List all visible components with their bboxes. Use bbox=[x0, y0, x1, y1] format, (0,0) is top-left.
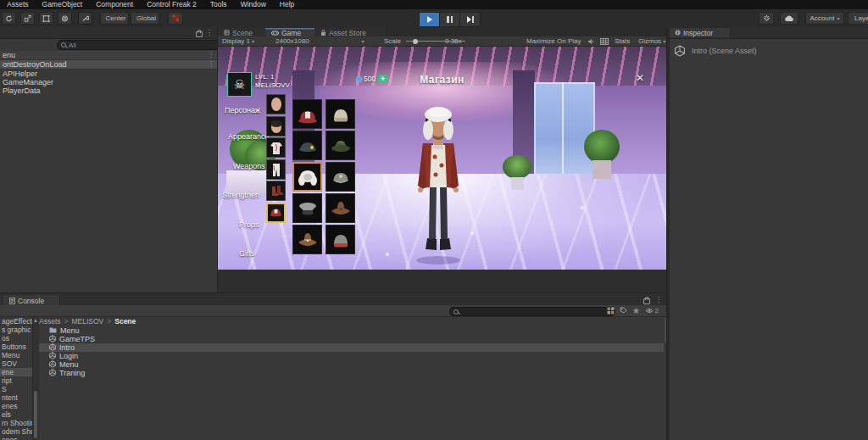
shop-item-red-trucker-cap[interactable] bbox=[292, 99, 322, 129]
hierarchy-row-GameManager[interactable]: GameManager bbox=[0, 78, 218, 86]
console-lock-icon[interactable] bbox=[643, 298, 650, 304]
project-folder-Buttons[interactable]: Buttons bbox=[0, 343, 32, 351]
shop-item-gray-captain-cap[interactable] bbox=[292, 193, 322, 223]
favorite-star-icon[interactable] bbox=[632, 307, 640, 315]
transform-tool-button[interactable] bbox=[58, 12, 72, 25]
layers-dropdown[interactable]: Layers bbox=[848, 12, 868, 25]
project-folder-ntent[interactable]: ntent bbox=[0, 393, 32, 402]
resolution-dropdown[interactable]: 2400x1080▾ bbox=[275, 36, 364, 46]
cloud-button[interactable] bbox=[780, 12, 798, 25]
scale-tool-button[interactable] bbox=[20, 12, 35, 25]
shop-item-gray-military-cap[interactable] bbox=[326, 162, 355, 192]
shop-menu-item-props[interactable]: Props bbox=[239, 220, 259, 229]
shop-menu-item-appearance[interactable]: Appearance bbox=[228, 132, 270, 141]
scroll-up-arrow[interactable] bbox=[34, 319, 37, 322]
account-dropdown[interactable]: Account▾ bbox=[805, 12, 844, 25]
shop-menu-item-gifts[interactable]: Gifts bbox=[239, 249, 255, 258]
pivot-center-button[interactable]: Center bbox=[100, 12, 129, 25]
kebab-menu-icon[interactable]: ⋮ bbox=[206, 30, 213, 36]
project-folder-els[interactable]: els bbox=[0, 410, 32, 419]
maximize-on-play-toggle[interactable]: Maximize On Play bbox=[526, 36, 581, 46]
shop-item-beige-knit-beanie[interactable] bbox=[326, 99, 355, 129]
category-cap[interactable] bbox=[266, 203, 286, 223]
scroll-thumb[interactable] bbox=[34, 391, 37, 438]
menu-gameobject[interactable]: GameObject bbox=[36, 0, 90, 9]
hierarchy-row-ontDestroyOnLoad[interactable]: ontDestroyOnLoad⋮ bbox=[0, 60, 218, 70]
rect-tool-button[interactable] bbox=[39, 12, 53, 25]
stats-toggle[interactable]: Stats bbox=[615, 36, 630, 46]
project-folder-enes[interactable]: enes bbox=[0, 436, 32, 440]
row-kebab-icon[interactable]: ⋮ bbox=[208, 61, 214, 68]
hierarchy-search-input[interactable]: All bbox=[57, 40, 223, 50]
custom-tool-button[interactable] bbox=[78, 12, 92, 25]
shop-item-camo-boonie-hat[interactable] bbox=[326, 131, 355, 160]
project-file-Intro[interactable]: Intro bbox=[39, 343, 664, 352]
lock-icon[interactable] bbox=[196, 31, 203, 37]
gizmos-dropdown[interactable]: Gizmos▾ bbox=[638, 36, 665, 46]
shop-item-white-fur-ushanka[interactable] bbox=[292, 162, 322, 192]
hidden-count[interactable]: 2 bbox=[645, 307, 659, 315]
console-kebab-icon[interactable]: ⋮ bbox=[655, 297, 662, 304]
project-folder-s-graphic[interactable]: s graphic bbox=[0, 326, 32, 334]
project-folder-S[interactable]: S bbox=[0, 385, 32, 393]
settings-button[interactable] bbox=[759, 12, 774, 25]
shop-item-brown-cowboy-hat[interactable] bbox=[326, 193, 355, 223]
project-file-Menu[interactable]: Menu bbox=[39, 360, 664, 369]
project-folder-odem-Shoc[interactable]: odem Shoc bbox=[0, 427, 32, 436]
project-file-Traning[interactable]: Traning bbox=[39, 369, 664, 377]
divider[interactable] bbox=[217, 28, 218, 292]
breadcrumb-melisov[interactable]: MELISOV bbox=[71, 317, 103, 326]
step-button[interactable] bbox=[459, 12, 481, 27]
project-search-input[interactable] bbox=[449, 307, 615, 316]
hierarchy-row-enu[interactable]: enu⋮ bbox=[0, 51, 218, 60]
filter-type-icon[interactable] bbox=[607, 307, 615, 315]
stats-grid-toggle[interactable] bbox=[600, 36, 609, 46]
shop-item-dark-flat-cap[interactable] bbox=[292, 131, 322, 160]
category-hair[interactable] bbox=[266, 116, 286, 136]
shop-menu-item-персонаж[interactable]: Персонаж bbox=[225, 106, 260, 114]
divider[interactable] bbox=[666, 28, 670, 440]
display-dropdown[interactable]: Display 1▾ bbox=[222, 36, 254, 46]
project-folder-enes[interactable]: enes bbox=[0, 402, 32, 410]
label-icon[interactable] bbox=[620, 307, 627, 314]
category-boots[interactable] bbox=[266, 181, 286, 201]
folder-scrollbar[interactable] bbox=[32, 317, 39, 440]
pause-button[interactable] bbox=[439, 12, 460, 27]
row-kebab-icon[interactable]: ⋮ bbox=[208, 52, 214, 58]
shop-item-gray-red-beanie[interactable] bbox=[326, 225, 355, 254]
control-freak-button[interactable] bbox=[168, 12, 183, 25]
project-folder-rn-Shootir[interactable]: rn Shootir bbox=[0, 419, 32, 427]
menu-tools[interactable]: Tools bbox=[203, 0, 234, 9]
project-folder-ript[interactable]: ript bbox=[0, 376, 32, 385]
add-currency-button[interactable]: + bbox=[378, 75, 387, 83]
project-folder-SOV[interactable]: SOV bbox=[0, 359, 32, 368]
breadcrumb-assets[interactable]: Assets bbox=[39, 317, 61, 326]
project-file-Login[interactable]: Login bbox=[39, 352, 664, 360]
project-folder-ene[interactable]: ene bbox=[0, 368, 32, 376]
close-shop-button[interactable]: ✕ bbox=[636, 72, 644, 84]
player-avatar[interactable]: ☠ bbox=[227, 72, 252, 97]
menu-control-freak-2[interactable]: Control Freak 2 bbox=[140, 0, 203, 9]
menu-window[interactable]: Window bbox=[234, 0, 273, 9]
project-folder-os[interactable]: os bbox=[0, 334, 32, 343]
axis-global-button[interactable]: Global bbox=[131, 12, 159, 25]
rotate-tool-button[interactable] bbox=[2, 12, 16, 25]
project-folder-ageEffects[interactable]: ageEffects bbox=[0, 317, 32, 326]
category-outfit[interactable] bbox=[266, 137, 286, 158]
category-face[interactable] bbox=[266, 94, 286, 114]
project-file-Menu[interactable]: Menu bbox=[39, 326, 664, 335]
menu-component[interactable]: Component bbox=[89, 0, 140, 9]
shop-menu-item-weapons[interactable]: Weapons bbox=[233, 162, 265, 170]
tab-inspector[interactable]: Inspector bbox=[669, 28, 731, 37]
menu-assets[interactable]: Assets bbox=[0, 0, 36, 9]
project-file-GameTPS[interactable]: GameTPS bbox=[39, 335, 664, 343]
project-folder-Menu[interactable]: Menu bbox=[0, 351, 32, 359]
menu-help[interactable]: Help bbox=[273, 0, 301, 9]
category-pants[interactable] bbox=[266, 159, 286, 180]
hierarchy-row-APIHelper[interactable]: APIHelper bbox=[0, 70, 218, 78]
shop-menu-item-strengthen[interactable]: Strengthen bbox=[222, 191, 259, 199]
hierarchy-row-PlayerData[interactable]: PlayerData bbox=[0, 86, 218, 95]
play-button[interactable] bbox=[419, 12, 440, 27]
breadcrumb-scene[interactable]: Scene bbox=[114, 317, 136, 326]
shop-item-brown-sheriff-hat[interactable] bbox=[292, 225, 322, 254]
